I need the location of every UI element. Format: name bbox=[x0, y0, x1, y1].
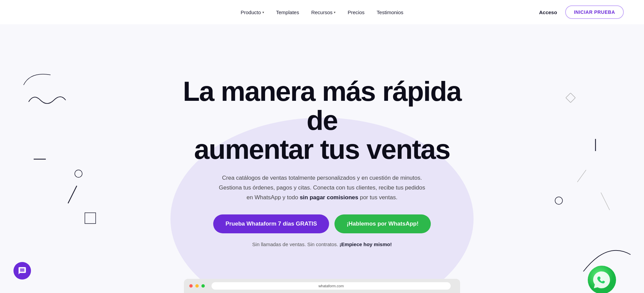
nav-item-templates[interactable]: Templates bbox=[276, 9, 299, 15]
slash-long-right-decoration bbox=[600, 192, 610, 212]
browser-mockup-bar: whataform.com bbox=[184, 279, 460, 293]
svg-line-6 bbox=[68, 186, 77, 203]
browser-url-bar: whataform.com bbox=[212, 282, 451, 290]
nav-item-testimonios[interactable]: Testimonios bbox=[377, 9, 403, 15]
hero-buttons: Prueba Whataform 7 días GRATIS ¡Hablemos… bbox=[170, 214, 474, 233]
chat-button[interactable] bbox=[13, 262, 31, 280]
hero-content: La manera más rápida de aumentar tus ven… bbox=[170, 77, 474, 247]
whatsapp-button[interactable]: ¡Hablemos por WhatsApp! bbox=[334, 214, 430, 233]
nav-actions: Acceso INICIAR PRUEBA bbox=[539, 5, 624, 19]
hero-tagline: Sin llamadas de ventas. Sin contratos. ¡… bbox=[170, 241, 474, 247]
diamond-decoration bbox=[565, 92, 577, 105]
svg-point-4 bbox=[75, 170, 82, 177]
nav-item-recursos[interactable]: Recursos ▾ bbox=[311, 9, 335, 15]
whatsapp-3d-icon bbox=[587, 265, 617, 293]
dash-left-decoration bbox=[34, 156, 46, 162]
hero-subtitle: Crea catálogos de ventas totalmente pers… bbox=[218, 173, 426, 203]
svg-point-5 bbox=[555, 197, 562, 204]
acceso-button[interactable]: Acceso bbox=[539, 9, 557, 15]
circle-small-left-decoration bbox=[74, 169, 83, 179]
square-outline-decoration bbox=[84, 212, 96, 226]
iniciar-prueba-button[interactable]: INICIAR PRUEBA bbox=[565, 5, 624, 19]
circle-small-right-decoration bbox=[554, 196, 563, 206]
slash-right-decoration bbox=[577, 169, 587, 184]
hero-section: La manera más rápida de aumentar tus ven… bbox=[0, 24, 644, 293]
nav-item-producto[interactable]: Producto ▾ bbox=[240, 9, 264, 15]
squiggle-decoration bbox=[27, 92, 67, 110]
hero-headline: La manera más rápida de aumentar tus ven… bbox=[170, 77, 474, 164]
nav-item-precios[interactable]: Precios bbox=[348, 9, 364, 15]
slash-long-left-decoration bbox=[67, 185, 77, 205]
try-free-button[interactable]: Prueba Whataform 7 días GRATIS bbox=[213, 214, 329, 233]
curve-tl-decoration bbox=[20, 68, 54, 90]
svg-rect-0 bbox=[566, 93, 575, 102]
browser-dot-green bbox=[201, 284, 205, 288]
nav-links: Producto ▾ Templates Recursos ▾ Precios … bbox=[240, 9, 403, 15]
svg-line-7 bbox=[601, 193, 610, 210]
chevron-down-icon: ▾ bbox=[262, 10, 264, 14]
svg-rect-8 bbox=[85, 213, 96, 224]
chevron-down-icon: ▾ bbox=[334, 10, 335, 14]
browser-dot-red bbox=[189, 284, 193, 288]
svg-line-3 bbox=[577, 170, 586, 182]
navbar: Producto ▾ Templates Recursos ▾ Precios … bbox=[0, 0, 644, 24]
browser-dot-yellow bbox=[195, 284, 199, 288]
dash-right-decoration bbox=[594, 139, 597, 152]
